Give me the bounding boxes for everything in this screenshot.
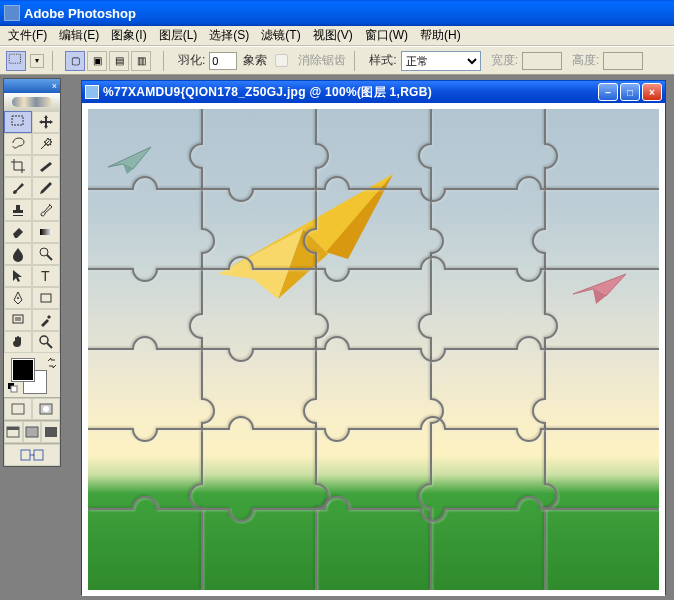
options-bar: ▾ ▢ ▣ ▤ ▥ 羽化: 象索 消除锯齿 样式: 正常 宽度: 高度: xyxy=(0,46,674,75)
notes-tool[interactable] xyxy=(4,309,32,331)
pen-tool[interactable] xyxy=(4,287,32,309)
canvas[interactable] xyxy=(88,109,659,590)
feather-input[interactable] xyxy=(209,52,237,70)
svg-text:T: T xyxy=(41,268,50,284)
foreground-color[interactable] xyxy=(12,359,34,381)
feather-unit: 象索 xyxy=(243,52,267,69)
svg-rect-7 xyxy=(13,315,23,323)
svg-point-3 xyxy=(40,248,48,256)
toolbox-palette: × T xyxy=(3,78,61,467)
svg-rect-6 xyxy=(41,294,51,302)
separator xyxy=(52,51,53,71)
pencil-tool[interactable] xyxy=(32,177,60,199)
maximize-button[interactable]: □ xyxy=(620,83,640,101)
svg-point-5 xyxy=(17,297,19,299)
swap-colors-icon[interactable] xyxy=(46,357,58,369)
separator xyxy=(354,51,355,71)
shape-tool[interactable] xyxy=(32,287,60,309)
document-icon xyxy=(85,85,99,99)
antialias-label: 消除锯齿 xyxy=(298,52,346,69)
menu-filter[interactable]: 滤镜(T) xyxy=(255,25,306,46)
screen-full[interactable] xyxy=(41,421,60,443)
menu-view[interactable]: 视图(V) xyxy=(307,25,359,46)
tool-preset-icon[interactable] xyxy=(6,51,26,71)
move-tool[interactable] xyxy=(32,111,60,133)
menu-layer[interactable]: 图层(L) xyxy=(153,25,204,46)
selection-subtract-icon[interactable]: ▤ xyxy=(109,51,129,71)
dodge-tool[interactable] xyxy=(32,243,60,265)
width-input xyxy=(522,52,562,70)
type-tool[interactable]: T xyxy=(32,265,60,287)
path-select-tool[interactable] xyxy=(4,265,32,287)
crop-tool[interactable] xyxy=(4,155,32,177)
screen-standard[interactable] xyxy=(4,421,23,443)
style-select[interactable]: 正常 xyxy=(401,51,481,71)
screen-full-menubar[interactable] xyxy=(23,421,42,443)
antialias-checkbox[interactable] xyxy=(275,54,288,67)
menu-file[interactable]: 文件(F) xyxy=(2,25,53,46)
gradient-tool[interactable] xyxy=(32,221,60,243)
jump-to xyxy=(4,443,60,466)
svg-point-8 xyxy=(40,336,48,344)
app-title: Adobe Photoshop xyxy=(24,6,670,21)
toolbox-titlebar[interactable]: × xyxy=(4,79,60,93)
width-label: 宽度: xyxy=(491,52,518,69)
selection-mode-group: ▢ ▣ ▤ ▥ xyxy=(61,51,155,71)
document-titlebar[interactable]: %77XAMDU9{QION178_Z50GJ.jpg @ 100%(图层 1,… xyxy=(82,81,665,103)
svg-rect-16 xyxy=(26,427,38,437)
jump-to-imageready[interactable] xyxy=(4,444,60,466)
svg-rect-15 xyxy=(7,427,19,430)
edit-modes xyxy=(4,397,60,420)
default-colors-icon[interactable] xyxy=(8,383,18,393)
svg-rect-0 xyxy=(9,54,20,63)
history-brush-tool[interactable] xyxy=(32,199,60,221)
selection-new-icon[interactable]: ▢ xyxy=(65,51,85,71)
zoom-tool[interactable] xyxy=(32,331,60,353)
height-input xyxy=(603,52,643,70)
window-controls: – □ × xyxy=(598,83,662,101)
photoshop-icon xyxy=(4,5,20,21)
height-label: 高度: xyxy=(572,52,599,69)
marquee-tool[interactable] xyxy=(4,111,32,133)
brush-tool[interactable] xyxy=(4,177,32,199)
svg-rect-1 xyxy=(12,116,23,125)
menu-edit[interactable]: 编辑(E) xyxy=(53,25,105,46)
screen-modes xyxy=(4,420,60,443)
lasso-tool[interactable] xyxy=(4,133,32,155)
close-button[interactable]: × xyxy=(642,83,662,101)
menu-window[interactable]: 窗口(W) xyxy=(359,25,414,46)
feather-label: 羽化: xyxy=(178,52,205,69)
svg-point-13 xyxy=(43,406,49,412)
menu-image[interactable]: 图象(I) xyxy=(105,25,152,46)
hand-tool[interactable] xyxy=(4,331,32,353)
minimize-button[interactable]: – xyxy=(598,83,618,101)
menubar: 文件(F) 编辑(E) 图象(I) 图层(L) 选择(S) 滤镜(T) 视图(V… xyxy=(0,26,674,46)
menu-help[interactable]: 帮助(H) xyxy=(414,25,467,46)
standard-mode[interactable] xyxy=(4,398,32,420)
wand-tool[interactable] xyxy=(32,133,60,155)
selection-intersect-icon[interactable]: ▥ xyxy=(131,51,151,71)
quickmask-mode[interactable] xyxy=(32,398,60,420)
eraser-tool[interactable] xyxy=(4,221,32,243)
tool-grid: T xyxy=(4,111,60,353)
slice-tool[interactable] xyxy=(32,155,60,177)
blur-tool[interactable] xyxy=(4,243,32,265)
document-title: %77XAMDU9{QION178_Z50GJ.jpg @ 100%(图层 1,… xyxy=(103,84,598,101)
svg-rect-2 xyxy=(40,229,52,235)
tool-preset-dropdown[interactable]: ▾ xyxy=(30,54,44,68)
color-swatches xyxy=(8,357,56,393)
selection-add-icon[interactable]: ▣ xyxy=(87,51,107,71)
paper-plane-pink xyxy=(568,264,633,309)
app-titlebar: Adobe Photoshop xyxy=(0,0,674,26)
toolbox-header xyxy=(4,93,60,111)
style-label: 样式: xyxy=(369,52,396,69)
svg-rect-19 xyxy=(34,450,43,460)
stamp-tool[interactable] xyxy=(4,199,32,221)
svg-rect-17 xyxy=(45,427,57,437)
document-window: %77XAMDU9{QION178_Z50GJ.jpg @ 100%(图层 1,… xyxy=(81,80,666,595)
document-body xyxy=(82,103,665,596)
workspace: × T xyxy=(0,75,674,600)
separator xyxy=(163,51,164,71)
menu-select[interactable]: 选择(S) xyxy=(203,25,255,46)
eyedropper-tool[interactable] xyxy=(32,309,60,331)
